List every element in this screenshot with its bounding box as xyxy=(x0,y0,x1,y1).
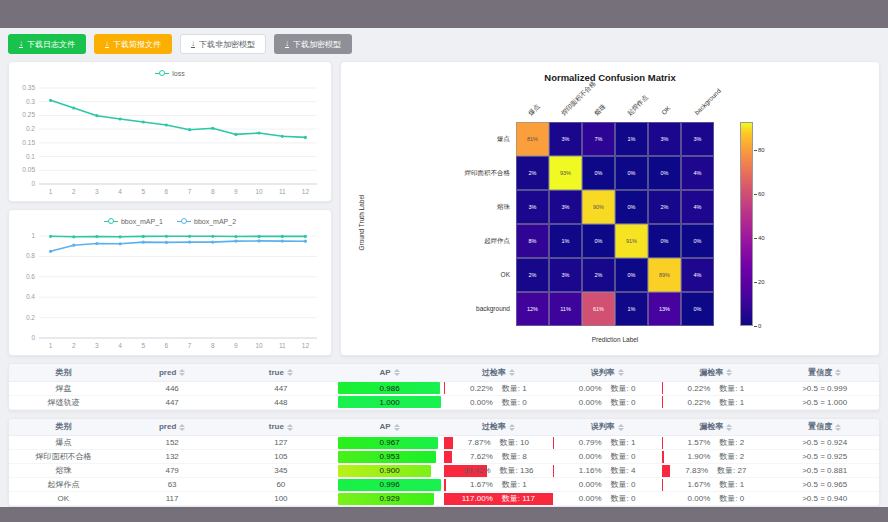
matrix-cell: 4% xyxy=(681,156,714,190)
confidence-value: >0.5 = 0.940 xyxy=(770,492,879,506)
confidence-value: >0.5 = 0.925 xyxy=(770,450,879,464)
rate-cell: 7.83% 数量: 27 xyxy=(662,465,771,477)
download-button-2[interactable]: ↓下载非加密模型 xyxy=(180,34,266,54)
class-name: 起焊作点 xyxy=(9,478,118,492)
sort-icon xyxy=(726,424,732,431)
pred-count: 479 xyxy=(118,464,227,478)
ap-value: 1.000 xyxy=(338,396,441,408)
rate-cell: 1.67% 数量: 1 xyxy=(444,479,553,491)
svg-text:0.4: 0.4 xyxy=(26,293,35,300)
column-header-true[interactable]: true xyxy=(227,364,336,381)
matrix-cell: 89% xyxy=(648,258,681,292)
column-header-误判率[interactable]: 误判率 xyxy=(553,364,662,381)
column-header-过检率[interactable]: 过检率 xyxy=(444,419,553,436)
svg-text:0.2: 0.2 xyxy=(26,314,35,321)
rate-percent: 0.00% xyxy=(579,452,602,461)
svg-text:0.1: 0.1 xyxy=(26,153,35,160)
column-header-置信度[interactable]: 置信度 xyxy=(770,364,879,381)
legend-item-loss[interactable]: loss xyxy=(155,70,184,77)
column-header-置信度[interactable]: 置信度 xyxy=(770,419,879,436)
download-button-1[interactable]: ↓下载简报文件 xyxy=(94,34,172,54)
rate-cell: 0.22% 数量: 1 xyxy=(662,396,771,408)
loss-line-chart: 00.050.10.150.20.250.30.3512345678910111… xyxy=(11,80,329,200)
rate-cell: 1.57% 数量: 2 xyxy=(662,437,771,449)
rate-cell: 0.00% 数量: 0 xyxy=(444,396,553,408)
svg-text:0.2: 0.2 xyxy=(26,125,35,132)
matrix-cell: 13% xyxy=(648,292,681,326)
matrix-cell: 0% xyxy=(681,224,714,258)
rate-count: 数量: 117 xyxy=(502,493,535,504)
svg-text:12: 12 xyxy=(302,188,310,195)
column-header-pred[interactable]: pred xyxy=(118,419,227,436)
legend-marker-icon xyxy=(155,70,169,77)
rate-percent: 0.00% xyxy=(579,480,602,489)
matrix-cell: 3% xyxy=(549,258,582,292)
rate-count: 数量: 10 xyxy=(500,437,529,448)
svg-text:9: 9 xyxy=(234,188,238,195)
matrix-cell: 3% xyxy=(516,190,549,224)
download-button-3[interactable]: ↓下载加密模型 xyxy=(274,34,352,54)
svg-text:0.3: 0.3 xyxy=(26,98,35,105)
ap-cell: 1.000 xyxy=(338,396,441,408)
loss-chart-card: loss 00.050.10.150.20.250.30.35123456789… xyxy=(8,61,332,202)
legend-item-bbox_mAP_2[interactable]: bbox_mAP_2 xyxy=(177,218,236,225)
sort-icon xyxy=(835,369,841,376)
rate-cell: 0.00% 数量: 0 xyxy=(553,479,662,491)
ap-cell: 0.986 xyxy=(338,382,441,394)
sort-icon xyxy=(179,424,185,431)
legend-item-bbox_mAP_1[interactable]: bbox_mAP_1 xyxy=(104,218,163,225)
sort-icon xyxy=(287,369,293,376)
rate-cell: 0.00% 数量: 0 xyxy=(662,493,771,505)
svg-text:7: 7 xyxy=(188,188,192,195)
column-header-误判率[interactable]: 误判率 xyxy=(553,419,662,436)
svg-text:5: 5 xyxy=(141,342,145,349)
matrix-column-label: background xyxy=(693,87,722,116)
column-header-漏检率[interactable]: 漏检率 xyxy=(662,419,771,436)
table-row: 焊缝轨迹 447 448 1.000 0.00% 数量: 0 0.00% 数量:… xyxy=(9,395,879,409)
rate-count: 数量: 1 xyxy=(719,383,744,394)
column-header-true[interactable]: true xyxy=(227,419,336,436)
svg-text:10: 10 xyxy=(255,342,263,349)
svg-text:4: 4 xyxy=(118,342,122,349)
button-label: 下载加密模型 xyxy=(293,39,341,50)
column-header-AP[interactable]: AP xyxy=(335,364,444,381)
toolbar: ↓下载日志文件↓下载简报文件↓下载非加密模型↓下载加密模型 xyxy=(8,34,880,54)
colorbar-tick: 20 xyxy=(758,279,765,285)
matrix-cell: 8% xyxy=(516,224,549,258)
download-button-0[interactable]: ↓下载日志文件 xyxy=(8,34,86,54)
matrix-cell: 1% xyxy=(615,122,648,156)
svg-text:8: 8 xyxy=(211,342,215,349)
sort-icon xyxy=(179,369,185,376)
confusion-matrix-card: Normalized Confusion Matrix 81%3%7%1%3%3… xyxy=(340,61,880,356)
svg-text:8: 8 xyxy=(211,188,215,195)
ap-cell: 0.967 xyxy=(338,437,441,449)
legend-marker-icon xyxy=(104,218,118,225)
svg-text:5: 5 xyxy=(141,188,145,195)
matrix-cell: 0% xyxy=(648,224,681,258)
rate-count: 数量: 136 xyxy=(500,465,534,476)
matrix-cell: 0% xyxy=(648,156,681,190)
svg-text:12: 12 xyxy=(302,342,310,349)
rate-percent: 39.42% xyxy=(463,466,490,475)
rate-percent: 0.00% xyxy=(470,398,493,407)
column-header-pred[interactable]: pred xyxy=(118,364,227,381)
class-name: 熔珠 xyxy=(9,464,118,478)
ap-cell: 0.953 xyxy=(338,451,441,463)
rate-percent: 0.00% xyxy=(579,398,602,407)
matrix-cell: 1% xyxy=(615,292,648,326)
column-header-漏检率[interactable]: 漏检率 xyxy=(662,364,771,381)
confidence-value: >0.5 = 0.999 xyxy=(770,381,879,395)
metrics-table-1-card: 类别pred true AP 过检率 误判率 漏检率 置信度 焊盘 446 44… xyxy=(8,363,880,411)
matrix-cell: 7% xyxy=(582,122,615,156)
column-header-类别: 类别 xyxy=(9,419,118,436)
svg-text:1: 1 xyxy=(49,188,53,195)
left-chart-column: loss 00.050.10.150.20.250.30.35123456789… xyxy=(8,61,332,356)
svg-text:4: 4 xyxy=(118,188,122,195)
ap-value: 0.953 xyxy=(338,451,441,463)
rate-percent: 1.67% xyxy=(688,480,711,489)
pred-count: 152 xyxy=(118,436,227,450)
column-header-过检率[interactable]: 过检率 xyxy=(444,364,553,381)
matrix-cell: 3% xyxy=(648,122,681,156)
column-header-AP[interactable]: AP xyxy=(335,419,444,436)
matrix-column-label: 熔珠 xyxy=(592,102,608,118)
